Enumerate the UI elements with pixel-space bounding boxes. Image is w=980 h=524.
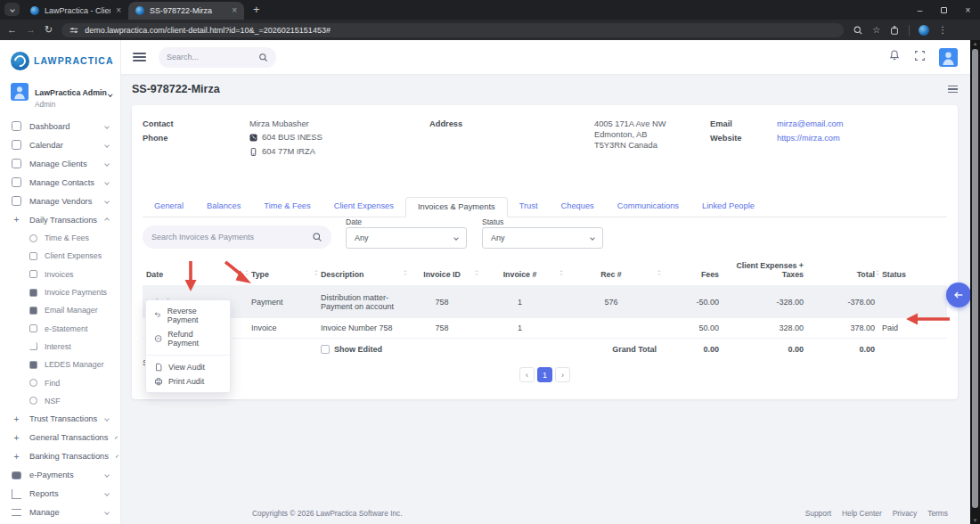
bookmark-star-icon[interactable] xyxy=(872,25,880,35)
restore-button[interactable] xyxy=(932,5,956,15)
fullscreen-icon[interactable] xyxy=(914,49,926,65)
app-logo[interactable]: LAWPRACTICA xyxy=(0,40,120,70)
col-fees[interactable]: Fees xyxy=(660,257,723,286)
tab-invoices-payments[interactable]: Invoices & Payments xyxy=(405,197,508,217)
lawpractica-extension-icon[interactable] xyxy=(919,25,929,36)
tab-balances[interactable]: Balances xyxy=(195,197,252,217)
table-row-invoice[interactable]: Invoice Invoice Number 758 758 1 50.00 3… xyxy=(143,318,947,339)
pagination-next[interactable]: › xyxy=(555,367,570,382)
sidebar-item-reports[interactable]: Reports xyxy=(0,485,120,504)
invoices-search-input[interactable] xyxy=(151,233,306,242)
col-type[interactable]: Type xyxy=(248,257,317,286)
sidebar-item-interest[interactable]: Interest xyxy=(0,338,120,356)
date-filter-select[interactable]: Any xyxy=(346,227,467,249)
website-link[interactable]: https://mirza.com xyxy=(777,134,840,143)
tab-linked-people[interactable]: Linked People xyxy=(690,197,766,217)
scrollbar-up-arrow[interactable]: ▲ xyxy=(970,41,980,46)
search-icon[interactable] xyxy=(258,53,268,62)
tab-time-fees[interactable]: Time & Fees xyxy=(252,197,322,217)
pagination-page-1[interactable]: 1 xyxy=(537,367,552,382)
phone-1: 604 BUS INESS xyxy=(249,133,323,142)
sidebar-item-manage[interactable]: Manage xyxy=(0,504,120,522)
hamburger-menu-icon[interactable] xyxy=(133,53,146,61)
browser-tab-active[interactable]: SS-978722-Mirza xyxy=(128,2,244,20)
sidebar-item-e-statement[interactable]: e-Statement xyxy=(0,319,120,337)
close-tab-icon[interactable] xyxy=(232,6,237,15)
menu-item-view-audit[interactable]: View Audit xyxy=(146,360,230,374)
col-date[interactable]: Date xyxy=(143,257,248,286)
footer-link-privacy[interactable]: Privacy xyxy=(893,509,917,518)
extensions-icon[interactable] xyxy=(889,25,900,36)
col-invoice-no[interactable]: Invoice # xyxy=(478,257,562,286)
col-description[interactable]: Description xyxy=(317,257,406,286)
sidebar-item-dashboard[interactable]: Dashboard xyxy=(0,117,120,135)
menu-item-reverse-payment[interactable]: Reverse Payment xyxy=(146,304,230,327)
sidebar-item-trust-transactions[interactable]: +Trust Transactions xyxy=(0,410,120,429)
status-filter-select[interactable]: Any xyxy=(482,227,603,249)
forward-button[interactable] xyxy=(26,25,36,35)
tab-trust[interactable]: Trust xyxy=(508,197,550,217)
reload-button[interactable] xyxy=(45,25,53,35)
sidebar-item-general-transactions[interactable]: +General Transactions xyxy=(0,429,120,447)
table-row-payment[interactable]: 02/15/2026 Payment Distribution matter-P… xyxy=(143,286,947,319)
tab-search-button[interactable] xyxy=(4,3,20,16)
sidebar-item-client-expenses[interactable]: Client Expenses xyxy=(0,247,120,265)
show-edited-checkbox[interactable] xyxy=(321,345,330,354)
site-settings-icon[interactable] xyxy=(69,25,79,36)
menu-item-print-audit[interactable]: Print Audit xyxy=(146,374,230,389)
close-tab-icon[interactable] xyxy=(116,6,121,15)
sidebar-item-ledes-manager[interactable]: LEDES Manager xyxy=(0,356,120,373)
col-client-expenses-taxes[interactable]: Client Expenses + Taxes xyxy=(723,257,807,286)
pagination-prev[interactable]: ‹ xyxy=(519,367,535,382)
sidebar-item-nsf[interactable]: NSF xyxy=(0,392,120,410)
sidebar-item-email-manager[interactable]: Email Manager xyxy=(0,301,120,319)
menu-item-refund-payment[interactable]: Refund Payment xyxy=(146,327,230,350)
tab-client-expenses[interactable]: Client Expenses xyxy=(323,197,405,217)
footer-link-help-center[interactable]: Help Center xyxy=(842,509,882,518)
email-link[interactable]: mirza@email.com xyxy=(777,119,844,128)
sidebar-item-e-payments[interactable]: e-Payments xyxy=(0,466,120,485)
table-header-row: Date Type Description Invoice ID Invoice… xyxy=(143,257,947,286)
footer-link-terms[interactable]: Terms xyxy=(927,509,948,518)
col-total[interactable]: Total xyxy=(807,257,878,286)
zoom-icon[interactable] xyxy=(853,25,863,36)
global-search[interactable] xyxy=(159,47,276,68)
lawpractica-favicon xyxy=(30,6,39,15)
profile-avatar-button[interactable] xyxy=(939,48,958,67)
sidebar-item-daily-transactions[interactable]: +Daily Transactions xyxy=(0,210,120,229)
tab-general[interactable]: General xyxy=(143,197,195,217)
back-button[interactable] xyxy=(7,25,17,35)
slide-panel-button[interactable] xyxy=(946,282,971,307)
sidebar-item-manage-clients[interactable]: Manage Clients xyxy=(0,154,120,173)
sidebar-item-manage-vendors[interactable]: Manage Vendors xyxy=(0,192,120,210)
sidebar-item-time-fees[interactable]: Time & Fees xyxy=(0,229,120,247)
browser-menu-icon[interactable] xyxy=(938,25,947,35)
col-invoice-id[interactable]: Invoice ID xyxy=(406,257,478,286)
new-tab-button[interactable] xyxy=(253,3,260,16)
sidebar-item-banking-transactions[interactable]: +Banking Transactions xyxy=(0,447,120,466)
search-icon[interactable] xyxy=(312,232,323,242)
sidebar-item-invoice-payments[interactable]: Invoice Payments xyxy=(0,283,120,301)
page-scrollbar[interactable]: ▲ ▼ xyxy=(970,40,980,524)
scrollbar-down-arrow[interactable]: ▼ xyxy=(970,518,980,523)
invoices-search[interactable] xyxy=(143,225,331,249)
address-bar[interactable]: demo.lawpractica.com/client-detail.html?… xyxy=(61,23,844,37)
sidebar-item-find[interactable]: Find xyxy=(0,373,120,391)
sidebar-item-invoices[interactable]: Invoices xyxy=(0,266,120,283)
minimize-button[interactable] xyxy=(908,5,932,15)
scrollbar-thumb[interactable] xyxy=(972,49,978,508)
footer-link-support[interactable]: Support xyxy=(805,509,831,518)
notifications-bell-icon[interactable] xyxy=(888,49,901,65)
page-options-icon[interactable] xyxy=(948,86,958,93)
close-window-button[interactable] xyxy=(956,5,980,15)
col-status[interactable]: Status xyxy=(878,257,947,286)
tab-communications[interactable]: Communications xyxy=(606,197,690,217)
sidebar-user[interactable]: LawPractica Admin Admin xyxy=(0,70,120,110)
global-search-input[interactable] xyxy=(167,53,253,61)
browser-tab-inactive[interactable]: LawPractica - Client Centre xyxy=(23,2,128,20)
sidebar-item-calendar[interactable]: Calendar xyxy=(0,135,120,154)
col-rec-no[interactable]: Rec # xyxy=(562,257,660,286)
tab-cheques[interactable]: Cheques xyxy=(550,197,606,217)
sidebar-item-manage-contacts[interactable]: Manage Contacts xyxy=(0,173,120,192)
show-edited[interactable]: Show Edited xyxy=(317,339,406,361)
